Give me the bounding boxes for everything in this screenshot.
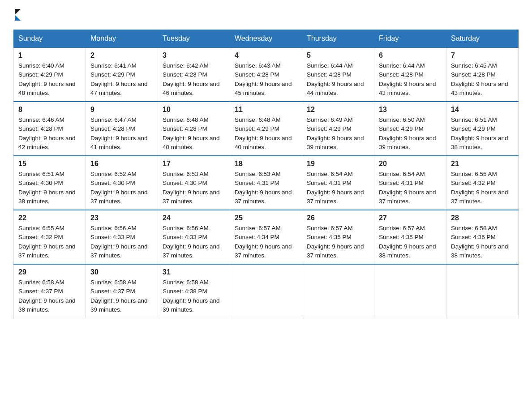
day-number: 3 — [163, 51, 225, 60]
day-number: 30 — [90, 268, 153, 276]
day-number: 23 — [90, 214, 153, 222]
day-info: Sunrise: 6:51 AM Sunset: 4:30 PM Dayligh… — [18, 170, 81, 206]
week-row-2: 8 Sunrise: 6:46 AM Sunset: 4:28 PM Dayli… — [14, 102, 519, 156]
day-number: 25 — [235, 214, 297, 222]
day-number: 5 — [307, 51, 369, 60]
calendar-cell: 24 Sunrise: 6:56 AM Sunset: 4:33 PM Dayl… — [158, 210, 230, 264]
day-info: Sunrise: 6:58 AM Sunset: 4:38 PM Dayligh… — [163, 278, 225, 314]
calendar-cell: 28 Sunrise: 6:58 AM Sunset: 4:36 PM Dayl… — [446, 210, 519, 264]
calendar-cell: 21 Sunrise: 6:55 AM Sunset: 4:32 PM Dayl… — [446, 156, 519, 210]
calendar-cell: 29 Sunrise: 6:58 AM Sunset: 4:37 PM Dayl… — [14, 264, 86, 318]
day-info: Sunrise: 6:57 AM Sunset: 4:35 PM Dayligh… — [307, 224, 369, 260]
weekday-header-friday: Friday — [374, 30, 446, 48]
day-info: Sunrise: 6:49 AM Sunset: 4:29 PM Dayligh… — [307, 116, 369, 152]
day-info: Sunrise: 6:55 AM Sunset: 4:32 PM Dayligh… — [18, 224, 81, 260]
weekday-header-row: SundayMondayTuesdayWednesdayThursdayFrid… — [14, 30, 519, 48]
calendar-header: SundayMondayTuesdayWednesdayThursdayFrid… — [14, 30, 519, 48]
calendar-cell: 12 Sunrise: 6:49 AM Sunset: 4:29 PM Dayl… — [302, 102, 374, 156]
day-number: 28 — [451, 214, 514, 222]
weekday-header-monday: Monday — [86, 30, 158, 48]
week-row-3: 15 Sunrise: 6:51 AM Sunset: 4:30 PM Dayl… — [14, 156, 519, 210]
day-info: Sunrise: 6:45 AM Sunset: 4:28 PM Dayligh… — [451, 61, 514, 98]
day-info: Sunrise: 6:56 AM Sunset: 4:33 PM Dayligh… — [163, 224, 225, 260]
day-number: 11 — [235, 106, 297, 114]
day-info: Sunrise: 6:53 AM Sunset: 4:31 PM Dayligh… — [235, 170, 297, 206]
day-info: Sunrise: 6:54 AM Sunset: 4:31 PM Dayligh… — [307, 170, 369, 206]
day-info: Sunrise: 6:40 AM Sunset: 4:29 PM Dayligh… — [18, 61, 81, 98]
week-row-1: 1 Sunrise: 6:40 AM Sunset: 4:29 PM Dayli… — [14, 47, 519, 102]
calendar-cell: 8 Sunrise: 6:46 AM Sunset: 4:28 PM Dayli… — [14, 102, 86, 156]
day-number: 26 — [307, 214, 369, 222]
page-header — [13, 9, 519, 21]
day-info: Sunrise: 6:48 AM Sunset: 4:28 PM Dayligh… — [163, 116, 225, 152]
day-number: 2 — [90, 51, 153, 60]
calendar-cell: 1 Sunrise: 6:40 AM Sunset: 4:29 PM Dayli… — [14, 47, 86, 102]
week-row-4: 22 Sunrise: 6:55 AM Sunset: 4:32 PM Dayl… — [14, 210, 519, 264]
day-info: Sunrise: 6:51 AM Sunset: 4:29 PM Dayligh… — [451, 116, 514, 152]
day-number: 24 — [163, 214, 225, 222]
day-info: Sunrise: 6:58 AM Sunset: 4:37 PM Dayligh… — [18, 278, 81, 314]
calendar-cell: 27 Sunrise: 6:57 AM Sunset: 4:35 PM Dayl… — [374, 210, 446, 264]
calendar-cell: 7 Sunrise: 6:45 AM Sunset: 4:28 PM Dayli… — [446, 47, 519, 102]
calendar-cell: 31 Sunrise: 6:58 AM Sunset: 4:38 PM Dayl… — [158, 264, 230, 318]
day-number: 12 — [307, 106, 369, 114]
day-info: Sunrise: 6:56 AM Sunset: 4:33 PM Dayligh… — [90, 224, 153, 260]
day-number: 27 — [379, 214, 442, 222]
calendar-cell: 25 Sunrise: 6:57 AM Sunset: 4:34 PM Dayl… — [230, 210, 302, 264]
calendar-cell: 11 Sunrise: 6:48 AM Sunset: 4:29 PM Dayl… — [230, 102, 302, 156]
calendar-table: SundayMondayTuesdayWednesdayThursdayFrid… — [13, 30, 519, 318]
day-number: 7 — [451, 51, 514, 60]
calendar-cell: 22 Sunrise: 6:55 AM Sunset: 4:32 PM Dayl… — [14, 210, 86, 264]
calendar-cell: 26 Sunrise: 6:57 AM Sunset: 4:35 PM Dayl… — [302, 210, 374, 264]
calendar-cell: 18 Sunrise: 6:53 AM Sunset: 4:31 PM Dayl… — [230, 156, 302, 210]
calendar-cell: 9 Sunrise: 6:47 AM Sunset: 4:28 PM Dayli… — [86, 102, 158, 156]
calendar-cell: 30 Sunrise: 6:58 AM Sunset: 4:37 PM Dayl… — [86, 264, 158, 318]
day-info: Sunrise: 6:50 AM Sunset: 4:29 PM Dayligh… — [379, 116, 442, 152]
calendar-cell: 20 Sunrise: 6:54 AM Sunset: 4:31 PM Dayl… — [374, 156, 446, 210]
calendar-cell — [302, 264, 374, 318]
day-info: Sunrise: 6:48 AM Sunset: 4:29 PM Dayligh… — [235, 116, 297, 152]
day-info: Sunrise: 6:44 AM Sunset: 4:28 PM Dayligh… — [307, 61, 369, 98]
day-number: 16 — [90, 160, 153, 168]
day-info: Sunrise: 6:47 AM Sunset: 4:28 PM Dayligh… — [90, 116, 153, 152]
day-info: Sunrise: 6:57 AM Sunset: 4:34 PM Dayligh… — [235, 224, 297, 260]
day-number: 22 — [18, 214, 81, 222]
day-info: Sunrise: 6:41 AM Sunset: 4:29 PM Dayligh… — [90, 61, 153, 98]
weekday-header-thursday: Thursday — [302, 30, 374, 48]
day-number: 8 — [18, 106, 81, 114]
day-number: 6 — [379, 51, 442, 60]
day-number: 19 — [307, 160, 369, 168]
day-number: 17 — [163, 160, 225, 168]
calendar-cell: 6 Sunrise: 6:44 AM Sunset: 4:28 PM Dayli… — [374, 47, 446, 102]
weekday-header-tuesday: Tuesday — [158, 30, 230, 48]
day-info: Sunrise: 6:52 AM Sunset: 4:30 PM Dayligh… — [90, 170, 153, 206]
day-number: 1 — [18, 51, 81, 60]
day-info: Sunrise: 6:53 AM Sunset: 4:30 PM Dayligh… — [163, 170, 225, 206]
calendar-cell: 13 Sunrise: 6:50 AM Sunset: 4:29 PM Dayl… — [374, 102, 446, 156]
week-row-5: 29 Sunrise: 6:58 AM Sunset: 4:37 PM Dayl… — [14, 264, 519, 318]
day-info: Sunrise: 6:44 AM Sunset: 4:28 PM Dayligh… — [379, 61, 442, 98]
weekday-header-sunday: Sunday — [14, 30, 86, 48]
day-info: Sunrise: 6:42 AM Sunset: 4:28 PM Dayligh… — [163, 61, 225, 98]
calendar-cell — [446, 264, 519, 318]
weekday-header-wednesday: Wednesday — [230, 30, 302, 48]
calendar-cell: 3 Sunrise: 6:42 AM Sunset: 4:28 PM Dayli… — [158, 47, 230, 102]
day-number: 4 — [235, 51, 297, 60]
day-number: 14 — [451, 106, 514, 114]
calendar-cell: 14 Sunrise: 6:51 AM Sunset: 4:29 PM Dayl… — [446, 102, 519, 156]
calendar-cell: 16 Sunrise: 6:52 AM Sunset: 4:30 PM Dayl… — [86, 156, 158, 210]
day-number: 10 — [163, 106, 225, 114]
day-info: Sunrise: 6:43 AM Sunset: 4:28 PM Dayligh… — [235, 61, 297, 98]
calendar-cell: 17 Sunrise: 6:53 AM Sunset: 4:30 PM Dayl… — [158, 156, 230, 210]
day-info: Sunrise: 6:54 AM Sunset: 4:31 PM Dayligh… — [379, 170, 442, 206]
day-number: 15 — [18, 160, 81, 168]
day-info: Sunrise: 6:58 AM Sunset: 4:36 PM Dayligh… — [451, 224, 514, 260]
calendar-cell: 15 Sunrise: 6:51 AM Sunset: 4:30 PM Dayl… — [14, 156, 86, 210]
calendar-body: 1 Sunrise: 6:40 AM Sunset: 4:29 PM Dayli… — [14, 47, 519, 318]
day-info: Sunrise: 6:57 AM Sunset: 4:35 PM Dayligh… — [379, 224, 442, 260]
day-number: 20 — [379, 160, 442, 168]
day-number: 21 — [451, 160, 514, 168]
calendar-cell: 19 Sunrise: 6:54 AM Sunset: 4:31 PM Dayl… — [302, 156, 374, 210]
day-info: Sunrise: 6:46 AM Sunset: 4:28 PM Dayligh… — [18, 116, 81, 152]
calendar-cell: 23 Sunrise: 6:56 AM Sunset: 4:33 PM Dayl… — [86, 210, 158, 264]
